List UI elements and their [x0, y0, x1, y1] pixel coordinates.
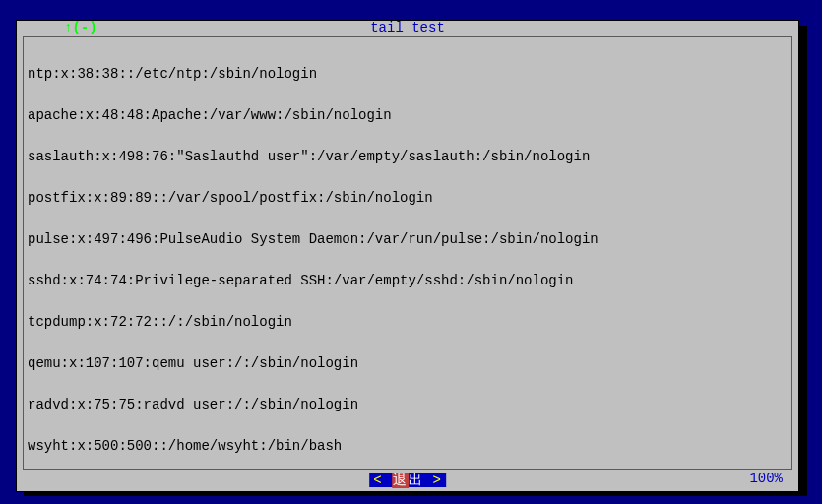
content-line: qemu:x:107:107:qemu user:/:/sbin/nologin	[28, 356, 788, 370]
content-line: postfix:x:89:89::/var/spool/postfix:/sbi…	[28, 191, 788, 205]
exit-bracket-left: <	[373, 472, 382, 488]
content-line: radvd:x:75:75:radvd user:/:/sbin/nologin	[28, 398, 788, 411]
title-bar: ↑(-) tail test	[17, 21, 798, 36]
dialog-footer: 100% < 退出 >	[17, 472, 798, 487]
content-line: apache:x:48:48:Apache:/var/www:/sbin/nol…	[28, 108, 788, 122]
text-content-box[interactable]: ntp:x:38:38::/etc/ntp:/sbin/nologin apac…	[23, 36, 792, 470]
dialog-title: tail test	[370, 20, 445, 35]
scroll-percent: 100%	[749, 472, 783, 485]
exit-label-char1: 退	[392, 472, 409, 488]
exit-button[interactable]: < 退出 >	[369, 473, 446, 487]
content-line: pulse:x:497:496:PulseAudio System Daemon…	[28, 232, 788, 246]
content-line: saslauth:x:498:76:"Saslauthd user":/var/…	[28, 150, 788, 163]
content-line: wsyht:x:500:500::/home/wsyht:/bin/bash	[28, 439, 788, 453]
scroll-marker: ↑(-)	[64, 21, 97, 34]
dialog-window: ↑(-) tail test ntp:x:38:38::/etc/ntp:/sb…	[16, 20, 799, 492]
content-line: tcpdump:x:72:72::/:/sbin/nologin	[28, 315, 788, 329]
content-line: ntp:x:38:38::/etc/ntp:/sbin/nologin	[28, 67, 788, 81]
exit-bracket-right: >	[432, 472, 441, 488]
content-line: sshd:x:74:74:Privilege-separated SSH:/va…	[28, 274, 788, 287]
exit-label-char2: 出	[409, 472, 423, 488]
